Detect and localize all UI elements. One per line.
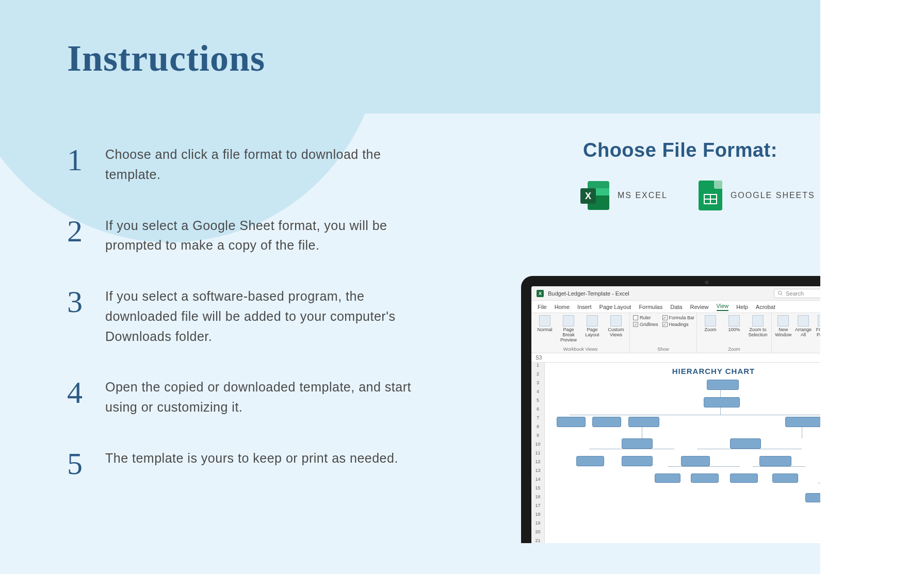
- org-node: [785, 417, 820, 427]
- check-gridlines[interactable]: ✓Gridlines: [633, 322, 658, 327]
- org-node: [805, 493, 820, 502]
- ribbon-group-label: Workbook Views: [534, 347, 626, 352]
- choose-format-title: Choose File Format:: [583, 139, 777, 161]
- step-4: 4 Open the copied or downloaded template…: [67, 377, 423, 417]
- format-options: X MS EXCEL GOOGLE SHEETS: [580, 181, 815, 210]
- step-text: Choose and click a file format to downlo…: [105, 144, 423, 185]
- page-title: Instructions: [67, 37, 265, 80]
- format-option-sheets[interactable]: GOOGLE SHEETS: [699, 181, 815, 210]
- step-1: 1 Choose and click a file format to down…: [67, 144, 423, 185]
- step-number: 4: [67, 377, 85, 408]
- org-node: [704, 397, 740, 407]
- step-text: The template is yours to keep or print a…: [105, 448, 398, 468]
- tab-data[interactable]: Data: [670, 304, 682, 310]
- btn-new-window[interactable]: New Window: [775, 315, 792, 338]
- ribbon-group-zoom: Zoom 100% Zoom to Selection Zoom: [697, 313, 772, 353]
- btn-arrange-all[interactable]: Arrange All: [795, 315, 812, 338]
- tab-view[interactable]: View: [717, 303, 729, 311]
- tab-formulas[interactable]: Formulas: [639, 304, 662, 310]
- step-number: 3: [67, 286, 85, 317]
- step-text: Open the copied or downloaded template, …: [105, 377, 423, 417]
- btn-zoom[interactable]: Zoom: [700, 315, 721, 333]
- btn-page-layout[interactable]: Page Layout: [582, 315, 603, 338]
- org-node: [576, 456, 604, 466]
- org-node: [557, 417, 586, 427]
- search-icon: [777, 290, 783, 296]
- name-box-row: S3: [531, 353, 820, 363]
- org-node: [628, 417, 659, 427]
- instruction-card: Instructions 1 Choose and click a file f…: [0, 0, 820, 574]
- org-node: [592, 417, 621, 427]
- org-node: [707, 380, 739, 390]
- format-label: MS EXCEL: [618, 191, 668, 200]
- org-node: [655, 473, 680, 483]
- steps-list: 1 Choose and click a file format to down…: [67, 144, 423, 479]
- excel-icon: X: [580, 181, 609, 210]
- search-placeholder: Search: [786, 290, 804, 297]
- btn-zoom-to-selection[interactable]: Zoom to Selection: [748, 315, 768, 338]
- tab-help[interactable]: Help: [736, 304, 748, 310]
- org-node: [622, 456, 653, 466]
- ribbon: Normal Page Break Preview Page Layout Cu…: [531, 313, 820, 353]
- excel-screen: X Budget-Ledger-Template - Excel Search …: [531, 286, 820, 543]
- btn-freeze-panes[interactable]: Freeze Panes: [815, 315, 820, 338]
- tab-page-layout[interactable]: Page Layout: [599, 304, 631, 310]
- org-node: [691, 473, 719, 483]
- check-headings[interactable]: ✓Headings: [662, 322, 695, 327]
- check-formula-bar[interactable]: ✓Formula Bar: [662, 315, 695, 320]
- org-node: [730, 438, 761, 449]
- ribbon-group-show: Ruler ✓Formula Bar ✓Gridlines ✓Headings …: [630, 313, 697, 353]
- svg-point-0: [778, 291, 781, 294]
- ribbon-group-label: Show: [633, 347, 693, 352]
- tab-file[interactable]: File: [538, 304, 547, 310]
- org-node: [622, 438, 653, 449]
- org-node: [772, 473, 798, 483]
- step-5: 5 The template is yours to keep or print…: [67, 448, 423, 479]
- excel-app-icon: X: [537, 290, 544, 297]
- ribbon-group-label: Zoom: [700, 347, 768, 352]
- ribbon-group-window: New Window Arrange All Freeze Panes Spli…: [772, 313, 820, 353]
- btn-normal[interactable]: Normal: [534, 315, 555, 333]
- org-chart: [550, 380, 820, 524]
- search-box[interactable]: Search: [774, 289, 820, 298]
- btn-100pct[interactable]: 100%: [724, 315, 744, 333]
- step-text: If you select a Google Sheet format, you…: [105, 216, 423, 256]
- btn-page-break-preview[interactable]: Page Break Preview: [558, 315, 579, 343]
- step-text: If you select a software-based program, …: [105, 286, 423, 346]
- tab-review[interactable]: Review: [690, 304, 708, 310]
- btn-custom-views[interactable]: Custom Views: [606, 315, 626, 338]
- hierarchy-chart-title: HIERARCHY CHART: [550, 367, 820, 375]
- titlebar: X Budget-Ledger-Template - Excel Search: [531, 286, 820, 301]
- row-numbers: 1234567891011121314151617181920212223242…: [531, 363, 545, 543]
- org-node: [730, 473, 758, 483]
- laptop-camera: [705, 281, 709, 284]
- document-title: Budget-Ledger-Template - Excel: [548, 290, 629, 297]
- ribbon-group-label: Window: [775, 347, 820, 352]
- format-option-excel[interactable]: X MS EXCEL: [580, 181, 668, 210]
- check-ruler[interactable]: Ruler: [633, 315, 658, 320]
- step-3: 3 If you select a software-based program…: [67, 286, 423, 346]
- svg-line-1: [781, 294, 783, 296]
- step-number: 2: [67, 216, 85, 247]
- google-sheets-icon: [699, 181, 722, 210]
- step-number: 1: [67, 144, 85, 175]
- laptop-frame: X Budget-Ledger-Template - Excel Search …: [521, 276, 820, 543]
- format-label: GOOGLE SHEETS: [731, 191, 815, 200]
- sheet-area: 1234567891011121314151617181920212223242…: [531, 363, 820, 543]
- hierarchy-chart-canvas: HIERARCHY CHART: [545, 363, 820, 543]
- step-number: 5: [67, 448, 85, 479]
- org-node: [759, 456, 791, 466]
- ribbon-group-workbook-views: Normal Page Break Preview Page Layout Cu…: [531, 313, 630, 353]
- step-2: 2 If you select a Google Sheet format, y…: [67, 216, 423, 256]
- org-node: [681, 456, 710, 466]
- tab-home[interactable]: Home: [555, 304, 570, 310]
- laptop-mockup: X Budget-Ledger-Template - Excel Search …: [521, 276, 820, 565]
- ribbon-tabs: File Home Insert Page Layout Formulas Da…: [531, 301, 820, 313]
- tab-insert[interactable]: Insert: [577, 304, 592, 310]
- tab-acrobat[interactable]: Acrobat: [756, 304, 775, 310]
- name-box[interactable]: S3: [536, 355, 542, 361]
